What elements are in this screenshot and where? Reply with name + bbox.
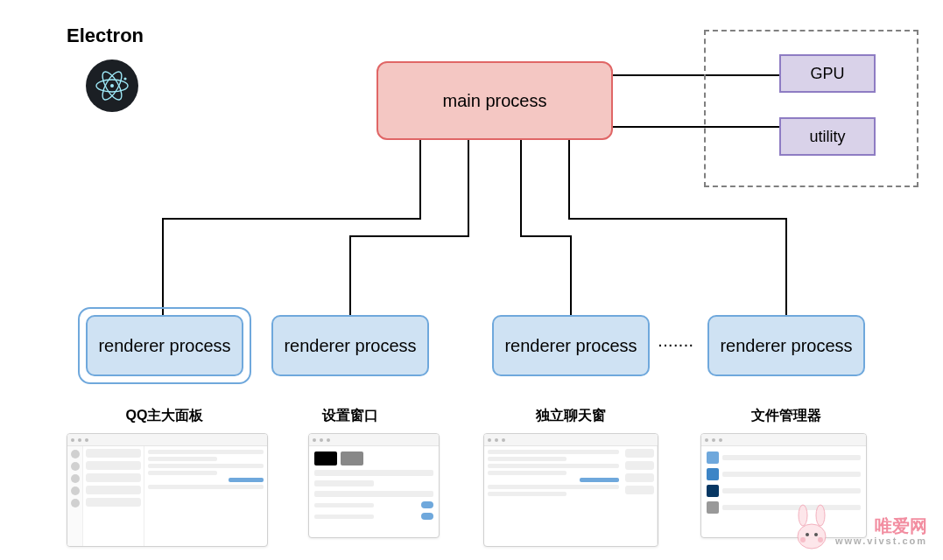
renderer-process-box: renderer process	[492, 315, 650, 376]
renderer-caption: QQ主大面板	[86, 407, 243, 425]
watermark-brand: 唯爱网	[835, 516, 927, 536]
thumbnail-settings	[308, 433, 440, 538]
electron-logo-icon	[86, 60, 138, 112]
renderer-process-box: renderer process	[86, 315, 243, 376]
watermark: 唯爱网 www.vivst.com	[835, 516, 927, 546]
diagram-title: Electron	[67, 24, 144, 47]
aux-process-group	[704, 30, 918, 187]
svg-point-3	[110, 84, 114, 88]
bunny-mascot-icon	[785, 503, 838, 551]
svg-point-5	[798, 524, 826, 549]
svg-point-8	[806, 533, 809, 536]
gpu-process-box: GPU	[779, 54, 876, 93]
renderer-caption: 文件管理器	[707, 407, 865, 425]
svg-point-6	[799, 505, 807, 526]
ellipsis: ·······	[658, 339, 694, 353]
renderer-process-box: renderer process	[707, 315, 865, 376]
svg-point-10	[800, 537, 806, 542]
thumbnail-chat	[483, 433, 658, 547]
svg-point-11	[818, 537, 823, 542]
thumbnail-main-panel	[67, 433, 268, 547]
svg-point-9	[814, 533, 818, 536]
svg-point-7	[816, 505, 825, 526]
watermark-url: www.vivst.com	[835, 536, 927, 546]
utility-process-box: utility	[779, 117, 876, 156]
renderer-caption: 独立聊天窗	[492, 407, 650, 425]
renderer-caption: 设置窗口	[271, 407, 429, 425]
svg-point-4	[123, 77, 126, 80]
main-process-box: main process	[376, 61, 613, 140]
renderer-process-box: renderer process	[271, 315, 429, 376]
